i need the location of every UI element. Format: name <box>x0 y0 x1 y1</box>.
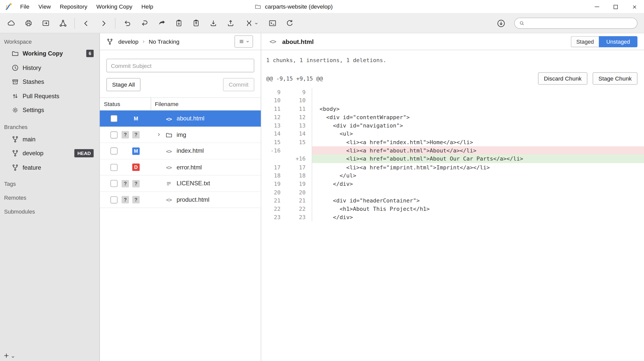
commit-button[interactable]: Commit <box>223 78 254 91</box>
menu-file[interactable]: File <box>16 0 34 13</box>
stage-checkbox[interactable] <box>111 196 118 203</box>
repository-button[interactable] <box>3 15 19 31</box>
outgoing-button[interactable] <box>223 15 238 31</box>
code-line: </ul> <box>312 171 644 180</box>
close-button[interactable] <box>625 0 644 14</box>
push-button[interactable] <box>154 15 169 31</box>
fetch-button[interactable] <box>119 15 135 31</box>
diff-line[interactable]: 1313 <div id="navigation"> <box>261 121 644 130</box>
diff-line[interactable]: 1818 </ul> <box>261 171 644 180</box>
diff-line[interactable]: 1111<body> <box>261 105 644 113</box>
sidebar-section-remotes[interactable]: Remotes <box>0 193 99 202</box>
branch-bar: develop No Tracking <box>100 33 261 50</box>
status-badge-untracked: ? <box>132 196 140 203</box>
diff-line[interactable]: 2323 </div> <box>261 213 644 221</box>
menu-help[interactable]: Help <box>137 0 158 13</box>
sidebar-section-submodules[interactable]: Submodules <box>0 207 99 217</box>
hunk-row: @@ -9,15 +9,15 @@ Discard Chunk Stage Ch… <box>261 72 644 85</box>
sidebar-item-stashes[interactable]: Stashes <box>0 75 99 89</box>
file-row-img[interactable]: ? ? img <box>100 127 261 143</box>
stash-icon <box>174 19 183 28</box>
stage-checkbox[interactable] <box>111 164 118 171</box>
window-title-text: carparts-website (develop) <box>265 3 333 10</box>
maximize-button[interactable] <box>606 0 625 14</box>
fetch-icon <box>123 19 131 28</box>
stash-button[interactable] <box>171 15 186 31</box>
commit-subject-input[interactable] <box>106 59 254 72</box>
window-controls <box>587 0 644 14</box>
stage-all-button[interactable]: Stage All <box>106 78 141 91</box>
sidebar-section-branches[interactable]: Branches <box>0 122 99 132</box>
stage-checkbox[interactable] <box>111 115 118 122</box>
file-row-error[interactable]: D <> error.html <box>100 159 261 175</box>
back-button[interactable] <box>78 15 94 31</box>
status-badge-modified: M <box>132 147 140 154</box>
sidebar-item-branch-develop[interactable]: develop HEAD <box>0 146 99 160</box>
sidebar-item-label: main <box>23 136 36 142</box>
discard-chunk-button[interactable]: Discard Chunk <box>538 72 587 85</box>
diff-line[interactable]: 99 <box>261 88 644 96</box>
print-button[interactable] <box>20 15 36 31</box>
new-line-number: 23 <box>281 213 306 221</box>
old-line-number: 19 <box>261 180 280 188</box>
sidebar-item-history[interactable]: History <box>0 61 99 75</box>
open-in-explorer-button[interactable] <box>38 15 53 31</box>
pull-button[interactable] <box>136 15 152 31</box>
menu-working-copy[interactable]: Working Copy <box>92 0 137 13</box>
diff-line[interactable]: 1212 <div id="contentWrapper"> <box>261 113 644 121</box>
diff-line[interactable]: 2222 <h1>About This Project</h1> <box>261 205 644 213</box>
pull-request-icon <box>12 92 19 100</box>
stage-chunk-button[interactable]: Stage Chunk <box>593 72 637 85</box>
changes-count-badge: 6 <box>86 50 94 57</box>
column-status[interactable]: Status <box>100 101 151 107</box>
diff-line[interactable]: 1010 <box>261 96 644 105</box>
new-line-number: 9 <box>281 88 306 96</box>
file-row-product[interactable]: ? ? <> product.html <box>100 192 261 208</box>
incoming-button[interactable] <box>205 15 221 31</box>
menu-repository[interactable]: Repository <box>55 0 92 13</box>
diff-line-addition[interactable]: +16 <li><a href="about.html">About Our C… <box>261 155 644 163</box>
commit-graph-button[interactable] <box>55 15 71 31</box>
column-filename[interactable]: Filename <box>151 101 178 107</box>
sidebar-item-branch-main[interactable]: main <box>0 132 99 146</box>
list-options-button[interactable] <box>234 35 253 48</box>
git-flow-button[interactable] <box>240 15 263 31</box>
stage-checkbox[interactable] <box>111 131 118 138</box>
sidebar-section-tags[interactable]: Tags <box>0 179 99 189</box>
staged-unstaged-toggle: Staged Unstaged <box>571 36 637 47</box>
stage-checkbox[interactable] <box>111 180 118 187</box>
diff-line[interactable]: 1515 <li><a href="index.html">Home</a></… <box>261 138 644 146</box>
sidebar-item-settings[interactable]: Settings <box>0 103 99 117</box>
download-button[interactable] <box>493 15 509 31</box>
code-file-icon: <> <box>165 196 173 204</box>
sidebar-item-branch-feature[interactable]: feature <box>0 161 99 175</box>
minimize-button[interactable] <box>587 0 606 14</box>
file-row-about[interactable]: M <> about.html <box>100 111 261 127</box>
refresh-button[interactable] <box>282 15 298 31</box>
filename: img <box>177 127 186 143</box>
terminal-button[interactable] <box>264 15 280 31</box>
stage-checkbox[interactable] <box>111 147 118 154</box>
diff-line[interactable]: 1919 </div> <box>261 180 644 188</box>
diff-line[interactable]: 2121 <div id="headerContainer"> <box>261 196 644 205</box>
search-input[interactable] <box>528 20 633 26</box>
add-button[interactable] <box>3 352 15 358</box>
sidebar-item-working-copy[interactable]: Working Copy 6 <box>0 46 99 61</box>
forward-button[interactable] <box>96 15 111 31</box>
expand-chevron-icon[interactable] <box>156 132 161 137</box>
diff-line[interactable]: 1414 <ul> <box>261 130 644 138</box>
menu-view[interactable]: View <box>34 0 55 13</box>
diff-line[interactable]: 2020 <box>261 188 644 196</box>
staged-tab[interactable]: Staged <box>571 36 599 47</box>
code-line <box>312 96 644 105</box>
file-row-license[interactable]: ? ? LICENSE.txt <box>100 175 261 192</box>
app-window: File View Repository Working Copy Help c… <box>0 0 644 361</box>
sidebar-item-pull-requests[interactable]: Pull Requests <box>0 89 99 103</box>
diff-line-deletion[interactable]: -16 <li><a href="about.html">About</a></… <box>261 146 644 155</box>
file-row-index[interactable]: M <> index.html <box>100 143 261 159</box>
diff-line[interactable]: 1717 <li><a href="imprint.html">Imprint<… <box>261 163 644 171</box>
current-branch[interactable]: develop <box>118 38 139 45</box>
old-line-number: 9 <box>261 88 280 96</box>
unstaged-tab[interactable]: Unstaged <box>599 36 637 47</box>
pop-stash-button[interactable] <box>188 15 204 31</box>
